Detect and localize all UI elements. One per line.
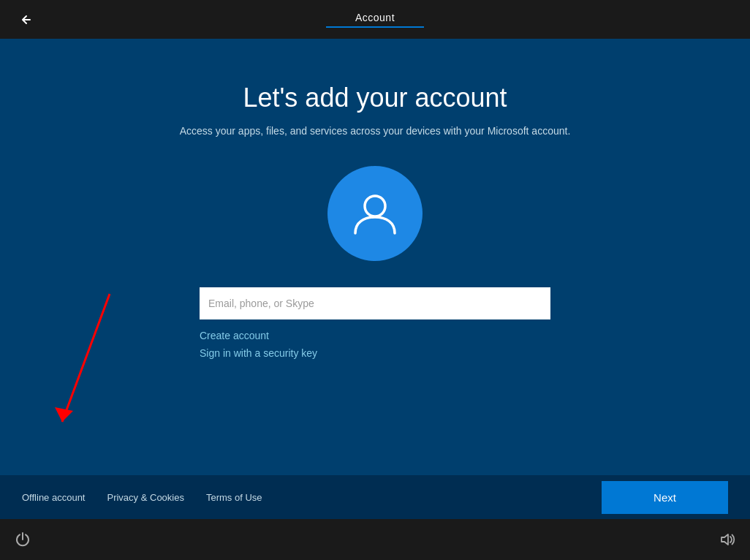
offline-account-button[interactable]: Offline account [22,492,85,503]
form-container: Create account Sign in with a security k… [200,287,550,365]
top-bar: Account [0,0,750,39]
back-button[interactable] [12,5,41,34]
power-icon[interactable] [15,531,31,548]
main-heading: Let's add your account [243,83,507,113]
user-icon [349,188,401,239]
security-key-button[interactable]: Sign in with a security key [200,347,317,359]
svg-point-0 [365,196,385,216]
main-content: Let's add your account Access your apps,… [0,39,750,475]
create-account-button[interactable]: Create account [200,330,269,341]
email-input[interactable] [200,287,550,319]
system-bar [0,519,750,560]
volume-icon[interactable] [719,531,735,548]
bottom-links: Offline account Privacy & Cookies Terms … [22,492,262,503]
privacy-button[interactable]: Privacy & Cookies [107,492,183,503]
avatar [327,166,423,261]
bottom-bar: Offline account Privacy & Cookies Terms … [0,475,750,519]
terms-button[interactable]: Terms of Use [206,492,262,503]
page-title: Account [326,12,424,28]
next-button[interactable]: Next [602,481,728,514]
main-subtitle: Access your apps, files, and services ac… [180,125,571,137]
